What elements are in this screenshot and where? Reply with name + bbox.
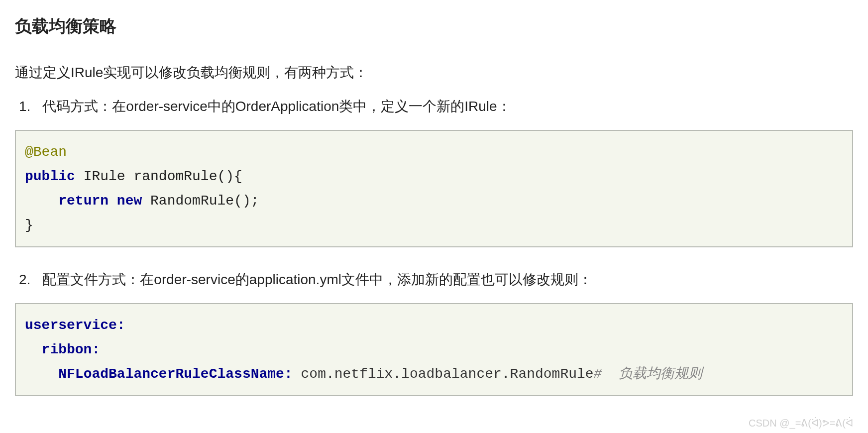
code-text: IRule randomRule(){ — [75, 169, 242, 184]
list-text: 代码方式：在order-service中的OrderApplication类中，… — [42, 99, 511, 114]
code-line: ribbon: — [25, 337, 843, 362]
code-line: } — [25, 213, 843, 237]
intro-paragraph: 通过定义IRule实现可以修改负载均衡规则，有两种方式： — [15, 63, 853, 82]
yaml-key: ribbon — [42, 342, 92, 357]
yaml-value: com.netflix.loadbalancer.RandomRule — [293, 366, 594, 382]
annotation-token: @Bean — [25, 144, 67, 160]
code-line: public IRule randomRule(){ — [25, 164, 843, 189]
list-number: 1. — [19, 99, 30, 114]
code-line: userservice: — [25, 313, 843, 337]
list-number: 2. — [19, 272, 30, 288]
indent — [25, 193, 58, 209]
code-text: } — [25, 217, 33, 233]
yaml-key: userservice — [25, 318, 117, 333]
list-item-1: 1.代码方式：在order-service中的OrderApplication类… — [15, 97, 853, 116]
keyword-token: return — [58, 193, 108, 209]
code-line: return new RandomRule(); — [25, 189, 843, 213]
comment-token: # 负载均衡规则 — [594, 366, 702, 382]
code-block-java: @Bean public IRule randomRule(){ return … — [15, 130, 853, 247]
section-heading: 负载均衡策略 — [15, 15, 853, 38]
list-text: 配置文件方式：在order-service的application.yml文件中… — [42, 272, 592, 287]
yaml-key: NFLoadBalancerRuleClassName — [58, 366, 284, 382]
watermark: CSDN @_=ᕕ(ᐛ)ᕗ=ᕕ(ᐛ — [749, 417, 853, 429]
code-block-yaml: userservice: ribbon: NFLoadBalancerRuleC… — [15, 303, 853, 396]
code-line: NFLoadBalancerRuleClassName: com.netflix… — [25, 362, 843, 386]
list-item-2: 2.配置文件方式：在order-service的application.yml文… — [15, 270, 853, 289]
indent — [25, 342, 42, 357]
yaml-colon: : — [117, 318, 125, 333]
yaml-colon: : — [92, 342, 100, 357]
yaml-colon: : — [284, 366, 293, 382]
code-text: RandomRule(); — [142, 193, 259, 209]
keyword-token: new — [108, 193, 142, 209]
keyword-token: public — [25, 169, 75, 184]
code-line: @Bean — [25, 140, 843, 164]
indent — [25, 366, 58, 382]
